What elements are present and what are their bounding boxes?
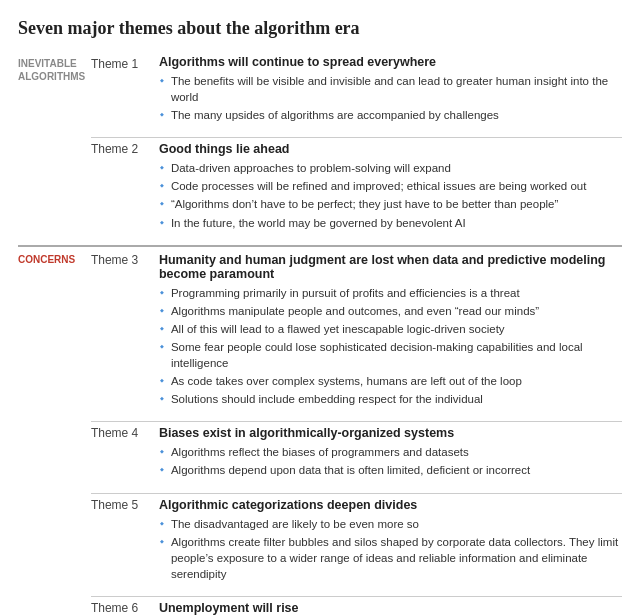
theme-id-theme-3: Theme 3 [91,246,159,422]
theme-title: Humanity and human judgment are lost whe… [159,253,622,281]
theme-title: Good things lie ahead [159,142,622,156]
theme-content-theme-4: Biases exist in algorithmically-organize… [159,422,622,493]
content-table: INEVITABLE ALGORITHMSTheme 1Algorithms w… [18,53,622,616]
theme-content-theme-5: Algorithmic categorizations deepen divid… [159,493,622,596]
section-label-0: INEVITABLE ALGORITHMS [18,53,91,246]
section-label-1: CONCERNS [18,246,91,616]
list-item: As code takes over complex systems, huma… [159,373,622,389]
theme-title: Biases exist in algorithmically-organize… [159,426,622,440]
theme-id-theme-4: Theme 4 [91,422,159,493]
list-item: Code processes will be refined and impro… [159,178,622,194]
list-item: Algorithms reflect the biases of program… [159,444,622,460]
list-item: Algorithms depend upon data that is ofte… [159,462,622,478]
theme-id-theme-5: Theme 5 [91,493,159,596]
bullet-list: Data-driven approaches to problem-solvin… [159,160,622,230]
bullet-list: Programming primarily in pursuit of prof… [159,285,622,408]
main-container: Seven major themes about the algorithm e… [0,0,640,616]
list-item: The many upsides of algorithms are accom… [159,107,622,123]
theme-title: Algorithms will continue to spread every… [159,55,622,69]
list-item: Programming primarily in pursuit of prof… [159,285,622,301]
theme-content-theme-1: Algorithms will continue to spread every… [159,53,622,138]
theme-title: Algorithmic categorizations deepen divid… [159,498,622,512]
list-item: Solutions should include embedding respe… [159,391,622,407]
bullet-list: The disadvantaged are likely to be even … [159,516,622,582]
list-item: Algorithms manipulate people and outcome… [159,303,622,319]
bullet-list: The benefits will be visible and invisib… [159,73,622,123]
list-item: “Algorithms don’t have to be perfect; th… [159,196,622,212]
list-item: The benefits will be visible and invisib… [159,73,622,105]
theme-title: Unemployment will rise [159,601,622,615]
theme-content-theme-6: Unemployment will riseSmarter, more-effi… [159,596,622,616]
theme-id-theme-6: Theme 6 [91,596,159,616]
list-item: The disadvantaged are likely to be even … [159,516,622,532]
list-item: Data-driven approaches to problem-solvin… [159,160,622,176]
page-title: Seven major themes about the algorithm e… [18,18,622,39]
theme-content-theme-2: Good things lie aheadData-driven approac… [159,138,622,246]
bullet-list: Algorithms reflect the biases of program… [159,444,622,478]
theme-id-theme-1: Theme 1 [91,53,159,138]
list-item: All of this will lead to a flawed yet in… [159,321,622,337]
list-item: In the future, the world may be governed… [159,215,622,231]
theme-content-theme-3: Humanity and human judgment are lost whe… [159,246,622,422]
list-item: Some fear people could lose sophisticate… [159,339,622,371]
list-item: Algorithms create filter bubbles and sil… [159,534,622,582]
theme-id-theme-2: Theme 2 [91,138,159,246]
